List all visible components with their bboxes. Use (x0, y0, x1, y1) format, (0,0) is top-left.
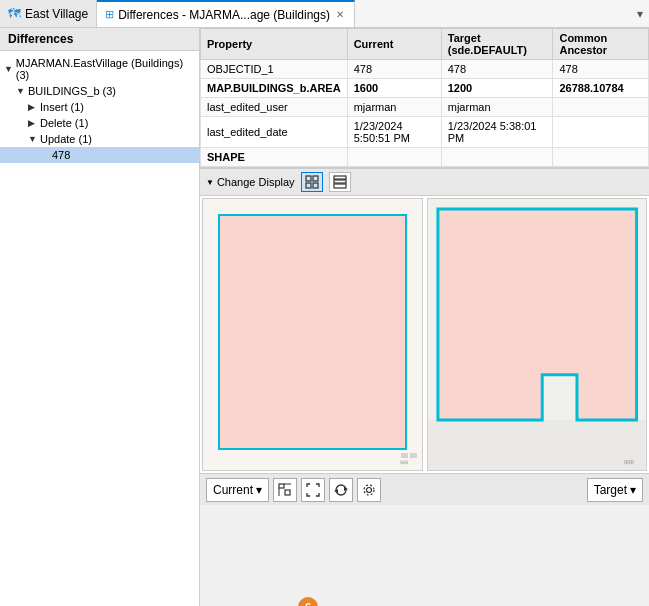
grid-icon (305, 175, 319, 189)
cell-ancestor-4 (553, 148, 649, 167)
zoom-extent-button[interactable] (301, 478, 325, 502)
cell-property-1: MAP.BUILDINGS_b.AREA (201, 79, 348, 98)
target-map-view: ⊞⊞ (427, 198, 648, 471)
tree-item-delete[interactable]: Delete (1) (0, 115, 199, 131)
svg-rect-4 (334, 176, 346, 179)
cell-property-4: SHAPE (201, 148, 348, 167)
svg-rect-16 (285, 490, 290, 495)
table-icon (333, 175, 347, 189)
grid-view-button[interactable] (301, 172, 323, 192)
tree-item-root[interactable]: MJARMAN.EastVillage (Buildings) (3) (0, 55, 199, 83)
expand-icon-delete (28, 118, 38, 128)
cell-current-0: 478 (347, 60, 441, 79)
current-building-shape (218, 214, 407, 450)
differences-panel-header: Differences (0, 28, 199, 51)
svg-point-20 (364, 485, 374, 495)
bottom-toolbar: Current ▾ (200, 473, 649, 505)
table-row: SHAPE (201, 148, 649, 167)
svg-rect-8 (410, 453, 417, 458)
table-row: OBJECTID_1 478 478 478 (201, 60, 649, 79)
tree-item-buildings[interactable]: BUILDINGS_b (3) (0, 83, 199, 99)
col-property: Property (201, 29, 348, 60)
cell-target-1: 1200 (441, 79, 553, 98)
tree-478-label: 478 (40, 149, 70, 161)
cell-target-0: 478 (441, 60, 553, 79)
table-row: last_edited_user mjarman mjarman (201, 98, 649, 117)
sync-button[interactable] (329, 478, 353, 502)
current-dropdown[interactable]: Current ▾ (206, 478, 269, 502)
cell-target-4 (441, 148, 553, 167)
expand-icon-root (4, 64, 14, 74)
zoom-fit-button[interactable] (273, 478, 297, 502)
tree-root-label: MJARMAN.EastVillage (Buildings) (3) (16, 57, 195, 81)
current-dropdown-label: Current (213, 483, 253, 497)
cell-current-4 (347, 148, 441, 167)
table-view-button[interactable] (329, 172, 351, 192)
target-building-shape (428, 199, 647, 470)
cell-property-3: last_edited_date (201, 117, 348, 148)
svg-rect-13 (279, 484, 284, 488)
expand-icon-update (28, 134, 38, 144)
cell-property-2: last_edited_user (201, 98, 348, 117)
cell-ancestor-2 (553, 98, 649, 117)
sync-icon (334, 483, 348, 497)
change-display-toggle[interactable]: Change Display (206, 176, 295, 188)
tree-insert-label: Insert (1) (40, 101, 84, 113)
svg-rect-1 (313, 176, 318, 181)
properties-table: Property Current Target (sde.DEFAULT) Co… (200, 28, 649, 167)
tab-east-village[interactable]: 🗺 East Village (0, 0, 97, 27)
svg-rect-7 (401, 453, 408, 458)
table-row: MAP.BUILDINGS_b.AREA 1600 1200 26788.107… (201, 79, 649, 98)
settings-button[interactable] (357, 478, 381, 502)
zoom-extent-icon (306, 483, 320, 497)
cell-current-2: mjarman (347, 98, 441, 117)
diff-icon: ⊞ (105, 8, 114, 21)
tab-differences-label: Differences - MJARMA...age (Buildings) (118, 8, 330, 22)
svg-rect-2 (306, 183, 311, 188)
cell-property-0: OBJECTID_1 (201, 60, 348, 79)
svg-rect-0 (306, 176, 311, 181)
target-dropdown[interactable]: Target ▾ (587, 478, 643, 502)
svg-text:⊞⊞: ⊞⊞ (624, 459, 634, 465)
col-current: Current (347, 29, 441, 60)
change-display-header: Change Display (200, 168, 649, 196)
map-views: ⊞⊞ ⊞⊞ (200, 196, 649, 473)
table-row: last_edited_date 1/23/2024 5:50:51 PM 1/… (201, 117, 649, 148)
cell-current-3: 1/23/2024 5:50:51 PM (347, 117, 441, 148)
col-target: Target (sde.DEFAULT) (441, 29, 553, 60)
tree-item-478[interactable]: 478 (0, 147, 199, 163)
tree-buildings-label: BUILDINGS_b (3) (28, 85, 116, 97)
expand-icon-buildings (16, 86, 26, 96)
map-legend-icon-current: ⊞⊞ (400, 452, 418, 466)
tree-delete-label: Delete (1) (40, 117, 88, 129)
tab-dropdown-button[interactable]: ▾ (631, 7, 649, 21)
svg-rect-10 (428, 420, 647, 470)
target-dropdown-arrow: ▾ (630, 483, 636, 497)
left-panel: Differences MJARMAN.EastVillage (Buildin… (0, 28, 200, 606)
change-display-label: Change Display (217, 176, 295, 188)
properties-table-area: Property Current Target (sde.DEFAULT) Co… (200, 28, 649, 168)
settings-icon (362, 483, 376, 497)
tree-item-insert[interactable]: Insert (1) (0, 99, 199, 115)
cell-ancestor-0: 478 (553, 60, 649, 79)
right-panel: Property Current Target (sde.DEFAULT) Co… (200, 28, 649, 606)
tab-close-button[interactable]: ✕ (334, 9, 346, 20)
col-ancestor: Common Ancestor (553, 29, 649, 60)
zoom-fit-icon (278, 483, 292, 497)
tab-differences[interactable]: ⊞ Differences - MJARMA...age (Buildings)… (97, 0, 355, 27)
svg-rect-5 (334, 180, 346, 183)
tree-area: MJARMAN.EastVillage (Buildings) (3) BUIL… (0, 51, 199, 606)
svg-marker-11 (437, 209, 636, 420)
cell-ancestor-1: 26788.10784 (553, 79, 649, 98)
svg-rect-3 (313, 183, 318, 188)
tab-east-village-label: East Village (25, 7, 88, 21)
cell-ancestor-3 (553, 117, 649, 148)
tree-item-update[interactable]: Update (1) (0, 131, 199, 147)
current-map-view: ⊞⊞ (202, 198, 423, 471)
svg-point-19 (367, 487, 372, 492)
cell-target-2: mjarman (441, 98, 553, 117)
current-dropdown-arrow: ▾ (256, 483, 262, 497)
svg-text:⊞⊞: ⊞⊞ (400, 459, 408, 465)
cell-target-3: 1/23/2024 5:38:01 PM (441, 117, 553, 148)
target-dropdown-label: Target (594, 483, 627, 497)
